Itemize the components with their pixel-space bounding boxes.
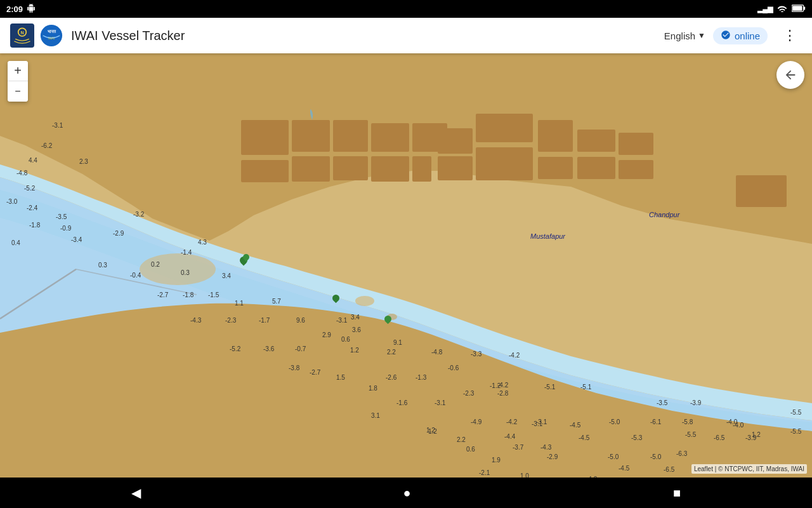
svg-rect-16: [333, 156, 368, 180]
status-bar: 2:09 ▂▄▆: [0, 0, 812, 18]
zoom-out-button[interactable]: −: [8, 81, 28, 102]
svg-rect-25: [538, 120, 573, 152]
svg-rect-28: [577, 157, 615, 179]
map-background: [0, 53, 812, 478]
ntcpwc-logo: N: [10, 23, 34, 48]
back-nav-button[interactable]: ◀: [116, 480, 156, 505]
android-icon: [27, 4, 36, 15]
svg-rect-29: [619, 133, 653, 155]
wifi-icon: [777, 4, 787, 14]
svg-rect-17: [371, 123, 409, 152]
more-icon: ⋮: [783, 27, 797, 43]
svg-rect-13: [292, 120, 330, 152]
svg-rect-2: [792, 6, 802, 11]
svg-rect-12: [241, 160, 289, 182]
svg-point-33: [140, 253, 216, 285]
svg-rect-32: [736, 175, 787, 207]
svg-rect-30: [619, 160, 653, 179]
svg-rect-26: [538, 157, 573, 179]
time-display: 2:09: [6, 4, 23, 14]
svg-rect-20: [412, 156, 431, 182]
online-status[interactable]: online: [713, 27, 768, 44]
battery-icon: [792, 4, 806, 14]
language-selector[interactable]: English ▼: [664, 30, 705, 41]
svg-text:N: N: [20, 30, 23, 36]
svg-rect-27: [577, 130, 615, 152]
svg-text:भारत: भारत: [48, 29, 56, 34]
signal-icon: ▂▄▆: [757, 5, 773, 13]
svg-rect-22: [438, 156, 473, 180]
svg-rect-15: [333, 120, 368, 152]
online-check-icon: [721, 30, 731, 42]
zoom-in-button[interactable]: +: [8, 61, 28, 81]
recents-nav-icon: ■: [673, 486, 681, 500]
svg-rect-14: [292, 156, 330, 182]
language-label: English: [664, 30, 695, 41]
home-nav-icon: ●: [403, 486, 410, 500]
app-bar: N भारत IWAI IWAI Vessel Tracker English …: [0, 18, 812, 53]
dropdown-icon: ▼: [698, 31, 705, 40]
iwai-logo: भारत IWAI: [39, 23, 63, 48]
map-attribution: Leaflet | © NTCPWC, IIT, Madras, IWAI: [691, 464, 807, 474]
svg-rect-1: [804, 6, 805, 10]
back-nav-icon: ◀: [131, 485, 141, 500]
svg-point-36: [355, 296, 374, 306]
app-title: IWAI Vessel Tracker: [71, 29, 185, 43]
svg-rect-24: [476, 147, 533, 180]
svg-rect-31: [698, 120, 774, 171]
navigate-back-button[interactable]: [776, 61, 804, 89]
more-menu-button[interactable]: ⋮: [778, 25, 802, 46]
svg-rect-11: [241, 120, 289, 155]
online-label: online: [735, 30, 760, 41]
map-container[interactable]: -3.1-6.24.4-4.8-5.2-3.0-2.4-3.52.3-1.8-0…: [0, 53, 812, 478]
bottom-navigation: ◀ ● ■: [0, 478, 812, 508]
home-nav-button[interactable]: ●: [388, 481, 426, 505]
recents-nav-button[interactable]: ■: [658, 481, 696, 505]
logo-area: N भारत IWAI IWAI Vessel Tracker: [10, 23, 185, 48]
svg-rect-23: [476, 114, 533, 142]
svg-rect-21: [438, 128, 473, 154]
zoom-controls: + −: [8, 61, 28, 102]
svg-rect-18: [371, 156, 409, 182]
